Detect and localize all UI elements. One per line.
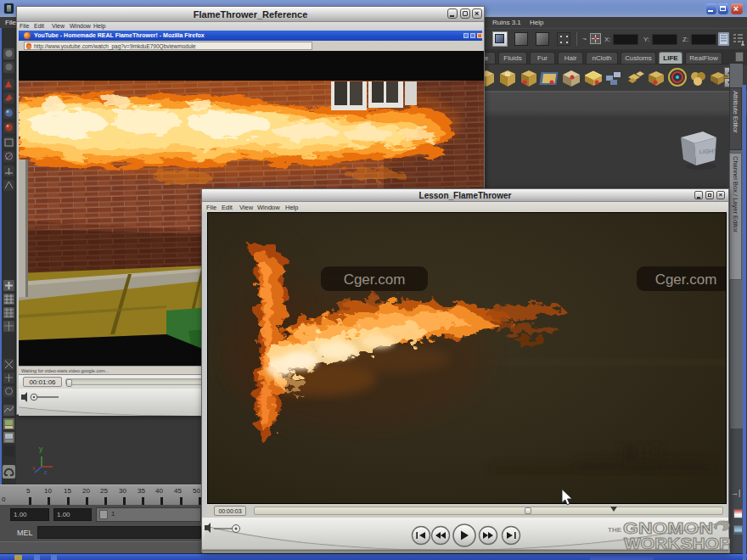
- svg-text:LIGHT: LIGHT: [699, 148, 718, 154]
- svg-text:x: x: [32, 465, 36, 471]
- svg-text:y: y: [39, 445, 43, 453]
- svg-text:Cger.com: Cger.com: [344, 272, 406, 288]
- svg-text:THE: THE: [608, 526, 622, 534]
- svg-text:GNOMON: GNOMON: [623, 520, 713, 537]
- svg-text:z: z: [44, 469, 48, 475]
- svg-text:Cger.com: Cger.com: [655, 272, 717, 288]
